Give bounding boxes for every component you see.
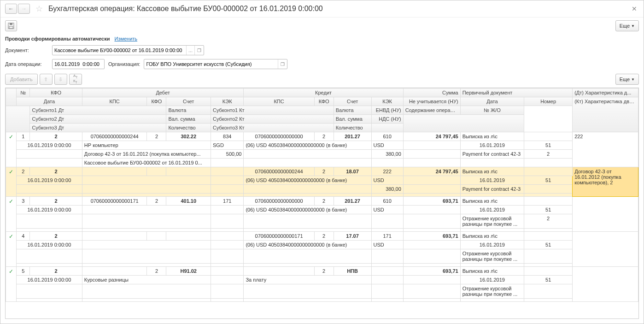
table-cell[interactable] (573, 197, 638, 232)
col-kek-k[interactable]: КЭК (371, 97, 403, 106)
table-row[interactable]: 16.01.2019 0:00:00 (06) USD 405038400000… (6, 206, 638, 214)
check-icon: ✓ (9, 169, 13, 175)
table-row[interactable] (6, 194, 638, 197)
document-field[interactable]: ... ❐ (52, 45, 204, 55)
col-sub3k[interactable]: Субконто3 Кт (211, 124, 334, 132)
table-row[interactable]: 16.01.2019 0:00:00 НР компьютер SGD (06)… (6, 141, 638, 150)
col-envd[interactable]: ЕНВД (НУ) (371, 106, 403, 115)
col-jno[interactable]: № Ж/О (460, 106, 524, 115)
entries-grid[interactable]: № КФО Дебет Кредит Сумма Первичный докум… (5, 88, 639, 319)
document-label: Документ: (5, 47, 48, 53)
arrow-up-icon: ⇧ (44, 77, 48, 82)
col-sum[interactable]: Сумма (403, 88, 460, 97)
col-kfo-d[interactable]: КФО (147, 97, 166, 106)
col-char-kt[interactable]: (Кт) Характеристика движения (573, 97, 638, 132)
table-cell[interactable] (573, 232, 638, 267)
table-row[interactable]: Отражение курсовой разницы при покупке .… (6, 249, 638, 264)
table-row[interactable]: ✓ 2 2 07060000000000244 2 18.07 222 24 7… (6, 167, 638, 176)
col-sub3d[interactable]: Субконто3 Дт (30, 124, 166, 132)
back-button[interactable]: ← (5, 4, 17, 14)
floppy-icon (8, 23, 14, 29)
popout-icon[interactable]: ❐ (278, 59, 287, 69)
col-kfo[interactable]: КФО (30, 88, 82, 97)
table-row[interactable]: Отражение курсовой разницы при покупке .… (6, 214, 638, 229)
org-label: Организация: (108, 61, 140, 67)
col-nds[interactable]: НДС (НУ) (371, 115, 403, 124)
col-valsum-k[interactable]: Вал. сумма (334, 115, 371, 124)
col-val-k[interactable]: Валюта (334, 106, 371, 115)
col-qty-k[interactable]: Количество (334, 124, 371, 132)
move-down-button[interactable]: ⇩ (54, 74, 67, 85)
col-char-dt[interactable]: (Дт) Характеристика д... (573, 88, 638, 97)
col-pdate[interactable]: Дата (460, 97, 524, 106)
table-row[interactable]: Кассовое выбытие БУ00-000002 от 16.01.20… (6, 159, 638, 167)
org-input[interactable] (144, 60, 278, 68)
table-row[interactable]: ✓ 4 2 07060000000000171 2 17.07 171 693,… (6, 232, 638, 241)
table-row[interactable] (6, 299, 638, 302)
col-kps-k[interactable]: КПС (244, 97, 314, 106)
table-cell[interactable]: Договор 42-3 от 16.01.2012 (покупка комп… (573, 167, 638, 197)
dtk-icon: АTКT (73, 74, 77, 84)
table-row[interactable]: 380,00 Payment for contract 42-3 (6, 185, 638, 194)
check-icon: ✓ (9, 134, 13, 140)
table-row[interactable]: ✓ 5 2 2 Н91.02 2 НПВ 693,71 Выписка из л… (6, 267, 638, 276)
col-sub1d[interactable]: Субконто1 Дт (30, 106, 166, 115)
table-row[interactable] (6, 264, 638, 267)
date-input[interactable] (53, 60, 104, 68)
col-kfo-k[interactable]: КФО (314, 97, 334, 106)
move-up-button[interactable]: ⇧ (40, 74, 53, 85)
more-button-grid[interactable]: Еще▼ (615, 74, 639, 85)
arrow-down-icon: ⇩ (59, 77, 63, 82)
page-title: Бухгалтерская операция: Кассовое выбытие… (48, 5, 626, 13)
document-input[interactable] (53, 47, 186, 54)
col-sub1k[interactable]: Субконто1 Кт (211, 106, 334, 115)
col-ne[interactable]: Не учитывается (НУ) (403, 97, 460, 106)
change-link[interactable]: Изменить (114, 36, 137, 41)
more-button-top[interactable]: Еще▼ (615, 20, 639, 31)
col-kps-d[interactable]: КПС (82, 97, 147, 106)
auto-entries-label: Проводки сформированы автоматически (5, 36, 110, 41)
col-no[interactable]: № (17, 88, 30, 97)
table-row[interactable]: ✓ 1 2 07060000000000244 2 302.22 834 070… (6, 132, 638, 141)
col-kek-d[interactable]: КЭК (211, 97, 244, 106)
table-row[interactable]: Отражение курсовой разницы при покупке .… (6, 284, 638, 299)
forward-button[interactable]: → (18, 4, 30, 14)
org-field[interactable]: ❐ (144, 59, 287, 69)
save-button[interactable] (5, 20, 17, 31)
close-icon[interactable]: ✕ (630, 3, 639, 14)
col-content[interactable]: Содержание операции (403, 106, 460, 115)
add-button[interactable]: Добавить (5, 74, 38, 85)
favorite-star-icon[interactable]: ☆ (35, 4, 43, 14)
col-acct-k[interactable]: Счет (334, 97, 371, 106)
col-sub2k[interactable]: Субконто2 Кт (211, 115, 334, 124)
col-pnum[interactable]: Номер (524, 97, 573, 106)
col-date[interactable]: Дата (17, 97, 82, 106)
date-label: Дата операции: (5, 61, 48, 67)
svg-rect-2 (9, 26, 13, 29)
col-val-d[interactable]: Валюта (166, 106, 211, 115)
col-credit[interactable]: Кредит (244, 88, 403, 97)
check-icon: ✓ (9, 198, 13, 205)
date-field[interactable] (52, 59, 105, 69)
table-row[interactable]: 16.01.2019 0:00:00 (06) USD 405038400000… (6, 176, 638, 185)
popout-icon[interactable]: ❐ (194, 46, 204, 55)
check-icon: ✓ (9, 233, 13, 240)
table-row[interactable]: ✓ 3 2 07060000000000171 2 401.10 171 070… (6, 197, 638, 206)
col-qty-d[interactable]: Количество (166, 124, 211, 132)
check-icon: ✓ (9, 268, 13, 275)
table-cell[interactable] (573, 267, 638, 302)
table-row[interactable]: 16.01.2019 0:00:00 (06) USD 405038400000… (6, 241, 638, 249)
svg-rect-1 (10, 23, 12, 25)
dtk-button[interactable]: АTКT (69, 74, 82, 85)
table-row[interactable]: Договор 42-3 от 16.01.2012 (покупка комп… (6, 150, 638, 159)
table-row[interactable] (6, 229, 638, 232)
ellipsis-icon[interactable]: ... (186, 46, 194, 55)
table-row[interactable]: 16.01.2019 0:00:00 Курсовые разницы За п… (6, 276, 638, 284)
chevron-down-icon: ▼ (631, 77, 635, 82)
col-acct-d[interactable]: Счет (166, 97, 211, 106)
col-sub2d[interactable]: Субконто2 Дт (30, 115, 166, 124)
table-cell[interactable]: 222 (573, 132, 638, 167)
col-debit[interactable]: Дебет (82, 88, 244, 97)
col-prim[interactable]: Первичный документ (460, 88, 573, 97)
col-valsum-d[interactable]: Вал. сумма (166, 115, 211, 124)
